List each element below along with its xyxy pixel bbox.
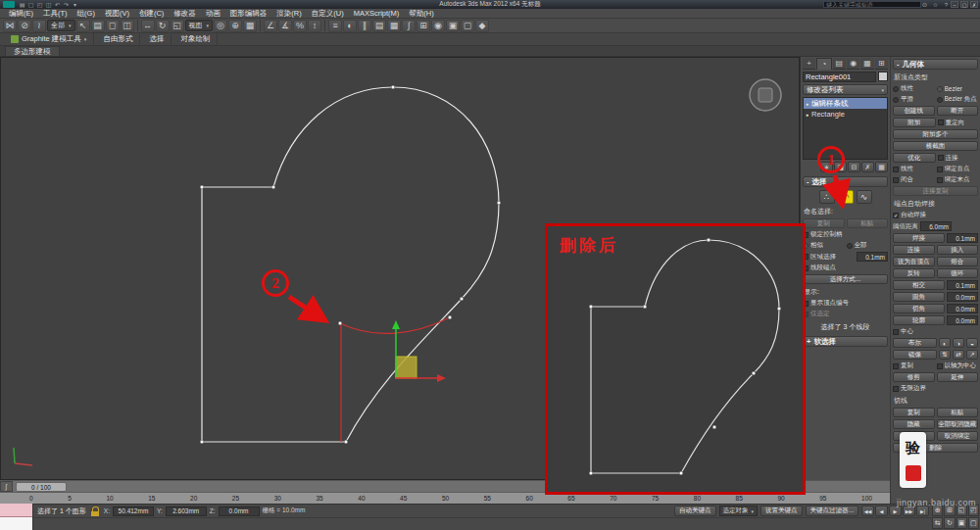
search-input[interactable] xyxy=(823,1,921,8)
angle-snap-toggle-icon[interactable]: ∡ xyxy=(278,20,292,32)
help-icon[interactable]: ? xyxy=(942,1,951,9)
panel-button[interactable]: 粘贴 xyxy=(937,408,979,417)
menu-item[interactable]: 组(G) xyxy=(73,9,100,19)
undo-icon[interactable]: ↶ xyxy=(53,1,62,9)
value-field[interactable]: 0.0mm xyxy=(947,315,978,325)
select-and-rotate-icon[interactable]: ↻ xyxy=(156,20,170,32)
panel-button[interactable]: 反转 xyxy=(893,268,935,278)
value-field[interactable]: 0.1mm xyxy=(857,252,888,262)
checkbox[interactable]: 闭合 xyxy=(893,175,935,184)
menu-item[interactable]: 图形编辑器 xyxy=(225,9,272,19)
make-unique-icon[interactable]: ⊟ xyxy=(848,162,860,172)
menu-item[interactable]: 动画 xyxy=(201,9,225,19)
checkbox[interactable]: 以轴为中心 xyxy=(937,361,979,370)
checkbox[interactable]: 锁定控制柄 xyxy=(803,230,888,239)
panel-button[interactable]: 复制 xyxy=(893,408,935,417)
listener-pane[interactable] xyxy=(0,517,32,530)
remove-modifier-icon[interactable]: ✗ xyxy=(861,162,874,172)
checkbox[interactable]: 绑定末点 xyxy=(937,175,979,184)
panel-icon-button[interactable]: ◑ xyxy=(953,338,964,348)
snaps-toggle-icon[interactable]: ∠ xyxy=(264,20,277,32)
previous-frame-button[interactable]: ◀ xyxy=(875,506,888,516)
time-slider[interactable]: 0 / 100 xyxy=(16,482,67,492)
pan-view-icon[interactable]: ⇆ xyxy=(932,517,943,529)
spinner-snap-toggle-icon[interactable]: ↕ xyxy=(308,20,321,32)
menu-item[interactable]: 渲染(R) xyxy=(271,9,306,19)
object-name-field[interactable]: Rectangle001 xyxy=(803,72,876,82)
bind-to-space-warp-icon[interactable]: ≀ xyxy=(32,20,46,32)
modify-tab-icon[interactable]: ◔ xyxy=(816,58,831,70)
value-field[interactable]: 0.1mm xyxy=(947,233,978,243)
selection-rollout-header[interactable]: - 选择 xyxy=(803,176,888,187)
vertex-subobject-button[interactable]: ∴ xyxy=(819,190,835,204)
panel-button[interactable]: 断开 xyxy=(937,106,979,116)
x-coord-field[interactable]: 50.412mm xyxy=(113,506,154,516)
panel-button[interactable]: 横截面 xyxy=(893,141,978,151)
ribbon-tab[interactable]: 选择 xyxy=(142,33,172,45)
checkbox[interactable]: 连接 xyxy=(938,154,979,163)
redo-icon[interactable]: ↷ xyxy=(62,1,71,9)
ribbon-tab[interactable]: 对象绘制 xyxy=(173,33,218,45)
panel-button[interactable]: 圆角 xyxy=(893,292,945,302)
checkbox[interactable]: 区域选择 xyxy=(803,253,855,262)
select-object-icon[interactable]: ↖ xyxy=(76,20,90,32)
window-crossing-toggle-icon[interactable]: ◫ xyxy=(121,20,134,32)
reference-coordinate-dropdown[interactable]: 视图▾ xyxy=(185,20,214,31)
macro-recorder-pane[interactable] xyxy=(0,504,32,517)
tab-polygon-modeling[interactable]: 多边形建模 xyxy=(5,46,60,56)
menu-item[interactable]: 视图(V) xyxy=(100,9,134,19)
panel-button[interactable]: 相交 xyxy=(893,280,945,290)
radio[interactable]: 相似 xyxy=(803,241,845,250)
panel-button[interactable]: 选择方式... xyxy=(803,274,888,284)
panel-button[interactable]: 优化 xyxy=(893,153,936,163)
panel-button[interactable]: 循环 xyxy=(937,268,979,278)
menu-item[interactable]: 自定义(U) xyxy=(307,9,349,19)
align-icon[interactable]: ∥ xyxy=(358,20,371,32)
spline-outline[interactable] xyxy=(202,87,499,442)
panel-button[interactable]: 插入 xyxy=(937,245,979,255)
checkbox[interactable]: 重定向 xyxy=(938,119,979,127)
graphite-ribbon-toggle-icon[interactable]: ▦ xyxy=(387,20,401,32)
application-menu-icon[interactable]: ▤ xyxy=(18,1,26,9)
panel-icon-button[interactable]: ◒ xyxy=(966,338,978,348)
orbit-icon[interactable]: ↻ xyxy=(944,517,955,529)
panel-button[interactable]: 轮廓 xyxy=(893,315,945,325)
view-compass-icon[interactable] xyxy=(750,79,781,111)
panel-button[interactable]: 创建线 xyxy=(893,106,935,116)
modifier-stack-item[interactable]: ●编辑样条线 xyxy=(804,98,887,109)
panel-button[interactable]: 全部取消隐藏 xyxy=(937,419,979,429)
radio[interactable]: Bezier xyxy=(937,85,979,92)
display-tab-icon[interactable]: ▦ xyxy=(860,58,873,70)
panel-button[interactable]: 取消绑定 xyxy=(937,431,979,441)
radio[interactable]: 平滑 xyxy=(893,95,935,104)
select-and-manipulate-icon[interactable]: ⊕ xyxy=(228,20,242,32)
mirror-icon[interactable]: ◐ xyxy=(343,20,357,32)
configure-modifier-sets-icon[interactable]: ▦ xyxy=(875,162,888,172)
menu-item[interactable]: 修改器 xyxy=(169,9,201,19)
panel-button[interactable]: 连接复制 xyxy=(893,186,978,196)
modifier-list-dropdown[interactable]: 修改器列表 ▾ xyxy=(803,84,888,95)
edit-named-selection-sets-icon[interactable]: ≡ xyxy=(328,20,342,32)
panel-button[interactable]: 熔合 xyxy=(937,257,979,266)
radio[interactable]: 线性 xyxy=(893,84,935,93)
select-and-link-icon[interactable]: ⋈ xyxy=(3,20,17,32)
layer-manager-icon[interactable]: ▤ xyxy=(372,20,386,32)
value-field[interactable]: 6.0mm xyxy=(920,221,952,231)
y-coord-field[interactable]: 2.603mm xyxy=(166,506,207,516)
segment-subobject-button[interactable]: ◠ xyxy=(838,190,854,204)
save-file-icon[interactable]: ◫ xyxy=(44,1,53,9)
value-field[interactable]: 0.0mm xyxy=(947,292,978,302)
checkbox[interactable]: 绑定首点 xyxy=(937,165,979,173)
menu-item[interactable]: 编辑(E) xyxy=(4,9,38,19)
keyboard-shortcut-override-icon[interactable]: ▦ xyxy=(243,20,257,32)
select-and-move-icon[interactable]: ↔ xyxy=(141,20,155,32)
panel-button[interactable]: 延伸 xyxy=(937,372,979,382)
menu-item[interactable]: MAXScript(M) xyxy=(349,9,405,19)
render-production-icon[interactable]: ◆ xyxy=(475,20,489,32)
soft-selection-rollout-header[interactable]: + 软选择 xyxy=(803,336,888,347)
rendered-frame-window-icon[interactable]: ▢ xyxy=(461,20,474,32)
checkbox[interactable]: 无限边界 xyxy=(893,384,978,393)
go-to-start-button[interactable]: ◀◀ xyxy=(861,506,874,516)
percent-snap-toggle-icon[interactable]: % xyxy=(293,20,307,32)
favorites-icon[interactable]: ☆ xyxy=(931,1,940,9)
